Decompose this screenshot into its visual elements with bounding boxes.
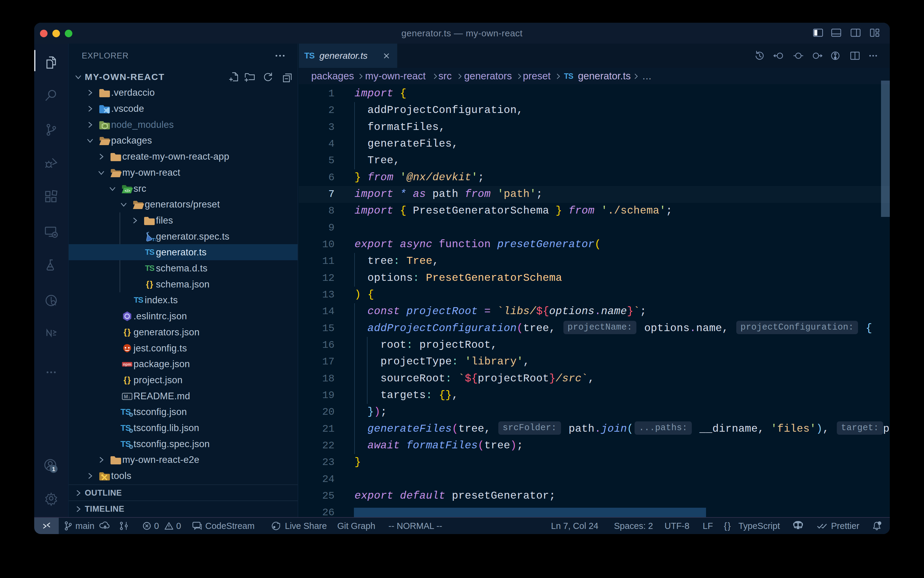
svg-text:M↓: M↓ xyxy=(124,394,130,399)
svg-text:JS: JS xyxy=(103,125,107,128)
svg-text:</>: </> xyxy=(125,188,131,193)
svg-text:npm: npm xyxy=(123,362,131,367)
svg-text:TS: TS xyxy=(152,237,155,242)
svg-text:1: 1 xyxy=(52,466,55,472)
